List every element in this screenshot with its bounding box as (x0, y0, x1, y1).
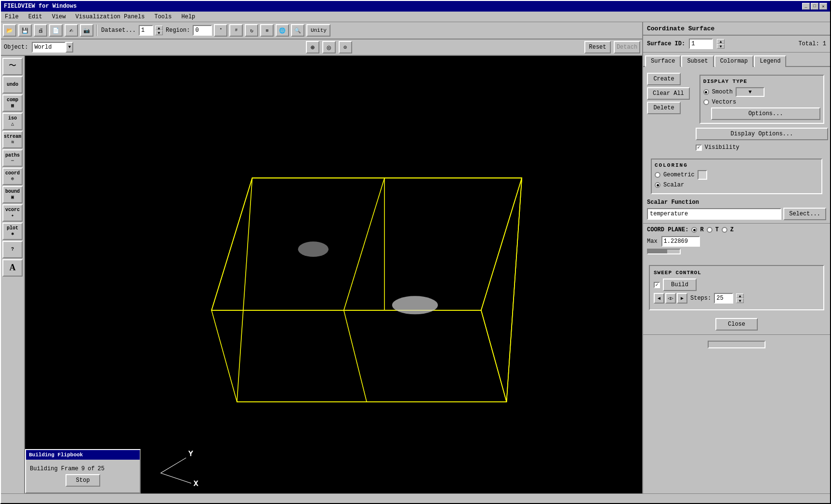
reset-btn[interactable]: Reset (584, 41, 611, 53)
sidebar-paths-btn[interactable]: paths⋯ (2, 149, 23, 167)
toolbar-save-btn[interactable]: 💾 (18, 24, 32, 37)
dataset-input[interactable] (139, 25, 153, 36)
svg-line-4 (481, 178, 522, 310)
flipbook-stop-btn[interactable]: Stop (66, 474, 101, 487)
menu-bar: File Edit View Visualization Panels Tool… (1, 12, 830, 22)
tab-legend[interactable]: Legend (754, 55, 786, 67)
toolbar-script-btn[interactable]: ✍ (65, 24, 78, 37)
region-hash-btn[interactable]: # (229, 24, 243, 37)
delete-btn[interactable]: Delete (647, 102, 681, 114)
options-btn[interactable]: Options... (711, 107, 820, 120)
grid-btn[interactable]: ⊞ (260, 24, 274, 37)
surface-id-input[interactable] (689, 39, 713, 49)
coordinate-surface-panel: Coordinate Surface Surface ID: ▲ ▼ Total… (642, 22, 830, 493)
toolbar-print-btn[interactable]: 🖨 (34, 24, 47, 37)
rotate-btn[interactable]: ↻ (245, 24, 258, 37)
status-bar (1, 493, 830, 503)
object-input[interactable] (32, 42, 66, 53)
build-btn[interactable]: Build (663, 279, 697, 291)
toolbar-row2: Object: ▼ ⊕ ◎ ⊙ Reset Detach (1, 40, 642, 56)
close-button[interactable]: ✕ (819, 3, 827, 10)
geometric-radio[interactable] (655, 172, 660, 178)
svg-line-5 (506, 178, 522, 402)
panel-scrollbar[interactable] (708, 341, 765, 348)
toolbar-open-btn[interactable]: 📂 (3, 24, 16, 37)
coord-r-radio[interactable] (691, 227, 697, 233)
surface-tab-content: Create Clear All Delete DISPLAY TYPE Smo… (643, 67, 830, 157)
object-dropdown-btn[interactable]: ▼ (66, 42, 73, 53)
display-options-area: Display Options... ✓ Visibility (696, 128, 828, 151)
zoom-btn[interactable]: 🔍 (291, 24, 304, 37)
create-btn[interactable]: Create (647, 73, 681, 85)
clear-all-btn[interactable]: Clear All (647, 87, 690, 100)
minimize-button[interactable]: _ (802, 3, 810, 10)
panel-scrollbar-area (643, 334, 830, 354)
visibility-checkbox[interactable]: ✓ (696, 145, 702, 151)
smooth-radio[interactable] (703, 89, 709, 95)
menu-visualization-panels[interactable]: Visualization Panels (73, 13, 146, 20)
sidebar-vcorc-btn[interactable]: vcorc✦ (2, 204, 23, 222)
sidebar-plot-btn[interactable]: plot✱ (2, 223, 23, 240)
sidebar-wave-btn[interactable]: 〜 (2, 58, 23, 75)
build-checkbox[interactable]: ✓ (654, 282, 660, 288)
unity-btn[interactable]: Unity (306, 24, 330, 37)
max-slider[interactable] (647, 249, 681, 254)
tab-colormap[interactable]: Colormap (714, 55, 754, 67)
scalar-radio[interactable] (655, 182, 660, 188)
sidebar-help-btn[interactable]: ? (2, 241, 23, 258)
surface-id-up[interactable]: ▲ (717, 39, 725, 44)
globe-btn[interactable]: 🌐 (276, 24, 289, 37)
sidebar-bound-btn[interactable]: bound▣ (2, 186, 23, 203)
dataset-down-btn[interactable]: ▼ (155, 30, 163, 35)
coord-z-radio[interactable] (722, 227, 727, 233)
scalar-radio-row: Scalar (655, 182, 818, 188)
3d-scene: Y X (25, 56, 642, 493)
sweep-prev-btn[interactable]: ◁▷ (665, 293, 676, 304)
sidebar-coord-btn[interactable]: coord⊕ (2, 168, 23, 185)
menu-view[interactable]: View (50, 13, 68, 20)
scalar-function-input[interactable] (647, 208, 781, 220)
sweep-next-btn[interactable]: ▶ (677, 293, 687, 304)
sweep-section: SWEEP CONTROL ✓ Build ◀ ◁▷ ▶ Steps: (649, 265, 824, 310)
sidebar-undo-btn[interactable]: undo (2, 76, 23, 93)
scalar-select-btn[interactable]: Select... (783, 208, 826, 220)
sidebar-iso-btn[interactable]: iso△ (2, 113, 23, 130)
surface-id-down[interactable]: ▼ (717, 44, 725, 49)
steps-input[interactable] (714, 293, 733, 304)
sweep-control-section: SWEEP CONTROL ✓ Build ◀ ◁▷ ▶ Steps: (643, 261, 830, 314)
toolbar-doc-btn[interactable]: 📄 (49, 24, 63, 37)
tab-surface[interactable]: Surface (645, 55, 681, 67)
dataset-up-btn[interactable]: ▲ (155, 26, 163, 30)
vectors-label: Vectors (712, 99, 736, 106)
region-star-btn[interactable]: * (214, 24, 227, 37)
vectors-radio[interactable] (703, 99, 709, 105)
flipbook-title-text: Building Flipbook (29, 452, 83, 458)
max-input[interactable] (661, 236, 700, 247)
sweep-first-btn[interactable]: ◀ (654, 293, 664, 304)
color-swatch[interactable] (698, 170, 707, 180)
target-btn[interactable]: ◎ (322, 41, 336, 53)
toolbar-camera-btn[interactable]: 📷 (80, 24, 93, 37)
sidebar-comp-btn[interactable]: comp▦ (2, 94, 23, 112)
smooth-dropdown[interactable]: ▼ (736, 87, 765, 97)
perspective-btn[interactable]: ⊙ (339, 41, 352, 53)
menu-tools[interactable]: Tools (152, 13, 173, 20)
tab-subset[interactable]: Subset (681, 55, 713, 67)
steps-up-btn[interactable]: ▲ (736, 293, 744, 298)
menu-edit[interactable]: Edit (26, 13, 44, 20)
maximize-button[interactable]: □ (811, 3, 818, 10)
sidebar-text-btn[interactable]: A (2, 259, 23, 277)
svg-marker-1 (237, 178, 522, 402)
3d-viewport[interactable]: Y X Building Flipbook Building Frame (25, 56, 642, 493)
sidebar-stream-btn[interactable]: stream≋ (2, 131, 23, 148)
close-panel-btn[interactable]: Close (715, 318, 758, 331)
menu-help[interactable]: Help (179, 13, 197, 20)
crosshair-btn[interactable]: ⊕ (306, 41, 319, 53)
steps-down-btn[interactable]: ▼ (736, 298, 744, 303)
coord-t-radio[interactable] (707, 227, 712, 233)
surface-ellipse-2 (392, 296, 438, 314)
display-options-btn[interactable]: Display Options... (696, 128, 828, 140)
detach-btn[interactable]: Detach (614, 41, 640, 53)
menu-file[interactable]: File (3, 13, 21, 20)
region-input[interactable] (193, 25, 212, 36)
